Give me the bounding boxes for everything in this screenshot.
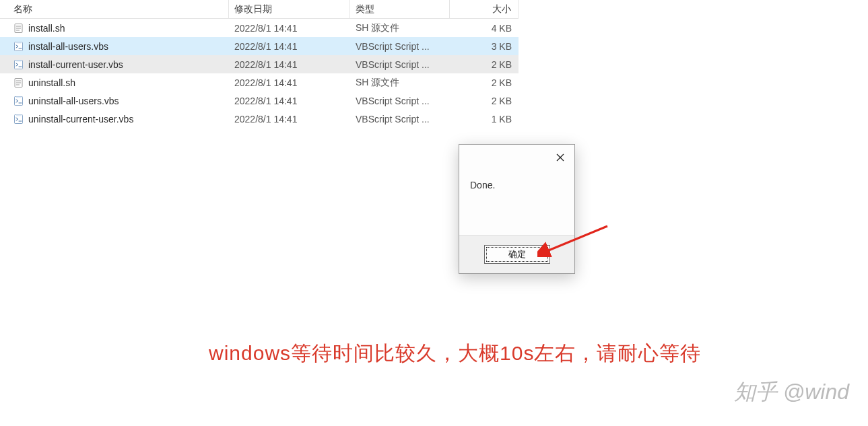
close-button[interactable] [547,147,573,168]
file-size-cell: 3 KB [450,37,519,55]
text-file-icon [13,23,24,34]
file-type-cell: VBScript Script ... [350,55,450,73]
file-name-label: uninstall-current-user.vbs [28,114,133,125]
file-type-cell: VBScript Script ... [350,92,450,110]
column-header-row: 名称 修改日期 类型 大小 [0,0,519,19]
ok-button[interactable]: 确定 [484,245,550,264]
file-name-label: install-current-user.vbs [28,59,123,70]
file-row[interactable]: install-current-user.vbs2022/8/1 14:41VB… [0,55,519,73]
file-date-cell: 2022/8/1 14:41 [229,37,350,55]
file-size-cell: 1 KB [450,110,519,128]
file-list: install.sh2022/8/1 14:41SH 源文件4 KBinstal… [0,19,519,128]
script-file-icon [13,96,24,106]
file-date-cell: 2022/8/1 14:41 [229,92,350,110]
file-name-label: uninstall-all-users.vbs [28,96,119,106]
file-row[interactable]: uninstall-current-user.vbs2022/8/1 14:41… [0,110,519,128]
file-row[interactable]: install-all-users.vbs2022/8/1 14:41VBScr… [0,37,519,55]
file-row[interactable]: uninstall.sh2022/8/1 14:41SH 源文件2 KB [0,73,519,92]
file-explorer: 名称 修改日期 类型 大小 install.sh2022/8/1 14:41SH… [0,0,519,128]
file-date-cell: 2022/8/1 14:41 [229,19,350,37]
file-name-cell: install-all-users.vbs [0,37,229,55]
dialog-body: Done. [459,170,574,235]
annotation-text: windows等待时间比较久，大概10s左右，请耐心等待 [209,340,701,367]
close-icon [556,153,564,162]
file-type-cell: SH 源文件 [350,73,450,92]
file-name-cell: uninstall-current-user.vbs [0,110,229,128]
message-dialog: Done. 确定 [459,144,575,274]
file-row[interactable]: uninstall-all-users.vbs2022/8/1 14:41VBS… [0,92,519,110]
file-name-cell: uninstall.sh [0,73,229,92]
dialog-message: Done. [470,180,495,190]
column-header-name[interactable]: 名称 [0,0,229,18]
file-type-cell: VBScript Script ... [350,37,450,55]
script-file-icon [13,114,24,125]
file-name-label: uninstall.sh [28,77,75,88]
file-type-cell: SH 源文件 [350,19,450,37]
file-size-cell: 2 KB [450,55,519,73]
file-date-cell: 2022/8/1 14:41 [229,110,350,128]
file-row[interactable]: install.sh2022/8/1 14:41SH 源文件4 KB [0,19,519,37]
file-name-label: install-all-users.vbs [28,41,108,52]
script-file-icon [13,41,24,52]
file-date-cell: 2022/8/1 14:41 [229,73,350,92]
column-header-type[interactable]: 类型 [350,0,450,18]
dialog-titlebar [459,145,574,170]
column-header-date[interactable]: 修改日期 [229,0,350,18]
dialog-footer: 确定 [459,235,574,273]
file-name-cell: install-current-user.vbs [0,55,229,73]
script-file-icon [13,59,24,70]
file-name-label: install.sh [28,23,65,34]
file-size-cell: 4 KB [450,19,519,37]
file-name-cell: install.sh [0,19,229,37]
file-name-cell: uninstall-all-users.vbs [0,92,229,110]
watermark: 知乎 @wind [734,378,849,407]
file-type-cell: VBScript Script ... [350,110,450,128]
file-size-cell: 2 KB [450,92,519,110]
column-header-size[interactable]: 大小 [450,0,519,18]
file-size-cell: 2 KB [450,73,519,92]
file-date-cell: 2022/8/1 14:41 [229,55,350,73]
text-file-icon [13,77,24,88]
